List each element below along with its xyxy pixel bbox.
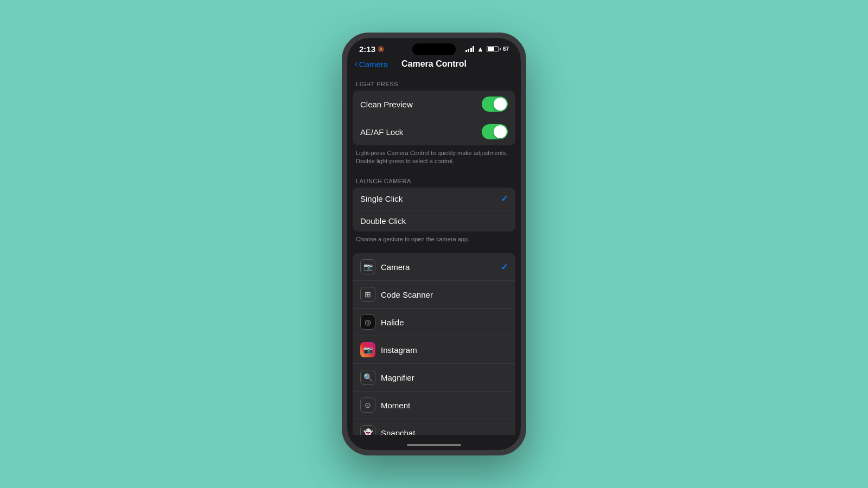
app-row-instagram[interactable]: 📷 Instagram: [353, 336, 515, 364]
toggle-knob-2: [494, 125, 507, 138]
app-row-left-instagram: 📷 Instagram: [360, 342, 417, 357]
app-list-group: 📷 Camera ✓ ⊞ Code Scanner ◎ H: [353, 253, 515, 435]
aeaf-lock-toggle[interactable]: [482, 124, 508, 139]
app-row-snapchat[interactable]: 👻 Snapchat: [353, 419, 515, 435]
time-display: 2:13: [359, 44, 375, 54]
battery-tip: [500, 48, 501, 50]
clean-preview-label: Clean Preview: [360, 100, 413, 109]
camera-app-label: Camera: [381, 262, 410, 272]
halide-app-icon: ◎: [360, 314, 375, 330]
battery-percent: 67: [503, 46, 509, 52]
snapchat-app-icon: 👻: [360, 425, 375, 435]
app-row-camera[interactable]: 📷 Camera ✓: [353, 253, 515, 281]
light-press-section-label: LIGHT PRESS: [347, 74, 521, 91]
settings-content[interactable]: LIGHT PRESS Clean Preview AE/AF Lock Lig…: [347, 74, 521, 435]
app-row-left-code: ⊞ Code Scanner: [360, 287, 433, 302]
nav-title: Camera Control: [401, 59, 467, 69]
app-row-magnifier[interactable]: 🔍 Magnifier: [353, 364, 515, 391]
clean-preview-row[interactable]: Clean Preview: [353, 91, 515, 118]
nav-back-label: Camera: [359, 60, 388, 69]
phone-screen: 2:13 🔕 ▲ 67 ‹ Camera: [347, 38, 521, 450]
halide-label: Halide: [381, 318, 404, 327]
magnifier-label: Magnifier: [381, 373, 414, 382]
camera-app-icon: 📷: [360, 259, 375, 274]
snapchat-label: Snapchat: [381, 428, 415, 435]
battery-indicator: 67: [487, 46, 509, 52]
app-row-moment[interactable]: ⊙ Moment: [353, 391, 515, 419]
magnifier-app-icon: 🔍: [360, 370, 375, 385]
app-row-halide[interactable]: ◎ Halide: [353, 309, 515, 336]
light-press-helper: Light-press Camera Control to quickly ma…: [347, 145, 521, 171]
wifi-icon: ▲: [477, 45, 484, 53]
app-row-code-scanner[interactable]: ⊞ Code Scanner: [353, 281, 515, 309]
app-row-left-magnifier: 🔍 Magnifier: [360, 370, 414, 385]
dynamic-island: [412, 43, 456, 55]
launch-camera-helper: Choose a gesture to open the camera app.: [347, 232, 521, 249]
signal-icon: [465, 46, 475, 52]
nav-header: ‹ Camera Camera Control: [347, 56, 521, 74]
double-click-row[interactable]: Double Click: [353, 210, 515, 232]
app-row-left-moment: ⊙ Moment: [360, 397, 410, 413]
moment-label: Moment: [381, 401, 410, 410]
launch-camera-section-label: LAUNCH CAMERA: [347, 171, 521, 188]
home-indicator: [407, 444, 461, 446]
app-row-left-halide: ◎ Halide: [360, 314, 404, 330]
camera-checkmark: ✓: [501, 262, 508, 272]
app-row-left-snapchat: 👻 Snapchat: [360, 425, 415, 435]
launch-camera-group: Single Click ✓ Double Click: [353, 188, 515, 232]
status-right-icons: ▲ 67: [465, 45, 509, 53]
double-click-label: Double Click: [360, 216, 406, 226]
toggle-knob: [494, 98, 507, 111]
aeaf-lock-label: AE/AF Lock: [360, 127, 403, 137]
nav-back-button[interactable]: ‹ Camera: [355, 59, 388, 69]
back-chevron-icon: ‹: [355, 59, 358, 69]
battery-fill: [488, 47, 494, 51]
instagram-label: Instagram: [381, 345, 417, 355]
moment-app-icon: ⊙: [360, 397, 375, 413]
light-press-group: Clean Preview AE/AF Lock: [353, 91, 515, 145]
phone-frame: 2:13 🔕 ▲ 67 ‹ Camera: [342, 33, 526, 455]
aeaf-lock-row[interactable]: AE/AF Lock: [353, 118, 515, 145]
battery-body: [487, 46, 499, 52]
code-scanner-app-icon: ⊞: [360, 287, 375, 302]
app-row-left-camera: 📷 Camera: [360, 259, 410, 274]
single-click-checkmark: ✓: [501, 194, 508, 204]
single-click-label: Single Click: [360, 194, 403, 203]
bell-icon: 🔕: [378, 46, 384, 52]
single-click-row[interactable]: Single Click ✓: [353, 188, 515, 210]
code-scanner-label: Code Scanner: [381, 290, 433, 299]
status-time: 2:13 🔕: [359, 44, 384, 54]
clean-preview-toggle[interactable]: [482, 97, 508, 112]
instagram-app-icon: 📷: [360, 342, 375, 357]
